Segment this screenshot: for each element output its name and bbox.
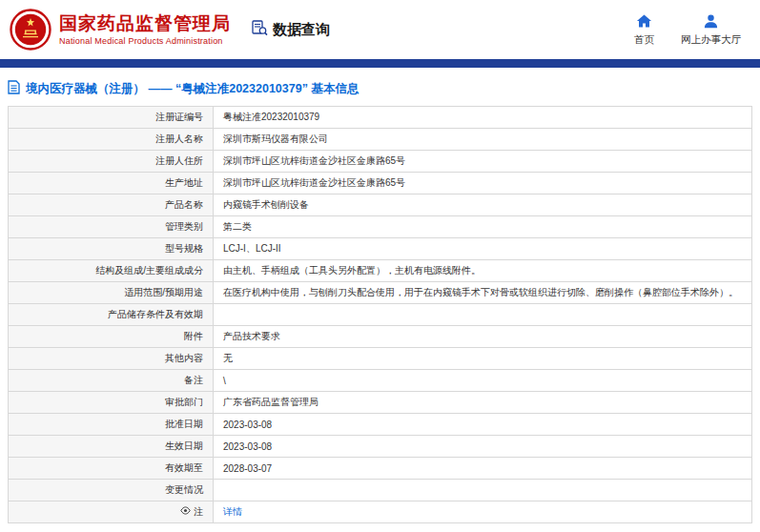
home-icon: [636, 13, 652, 31]
table-row: 其他内容无: [9, 348, 752, 370]
note-icon: [180, 505, 191, 518]
field-value: \: [214, 370, 752, 392]
table-row: 产品名称内窥镜手术刨削设备: [9, 194, 752, 216]
field-label: 有效期至: [9, 458, 214, 480]
field-label: 型号规格: [9, 238, 214, 260]
field-label: 注册证编号: [9, 107, 214, 129]
field-value: [214, 480, 752, 501]
table-row: 注详情: [9, 501, 752, 523]
table-row: 注册人名称深圳市斯玛仪器有限公司: [9, 129, 752, 151]
field-label: 审批部门: [9, 392, 214, 414]
field-value: 2023-03-08: [214, 436, 752, 458]
national-emblem-icon: [10, 9, 51, 51]
field-value: 由主机、手柄组成（工具头另外配置），主机有电源线附件。: [214, 260, 752, 282]
table-row: 适用范围/预期用途在医疗机构中使用，与刨削刀头配合使用，用于在内窥镜手术下对骨或…: [9, 282, 752, 304]
nav-service-hall[interactable]: 网上办事大厅: [681, 13, 741, 47]
field-value: [214, 304, 752, 326]
field-value: 2028-03-07: [214, 458, 752, 480]
field-value: 粤械注准20232010379: [214, 107, 752, 129]
table-row: 生效日期2023-03-08: [9, 436, 752, 458]
top-nav: 首页 网上办事大厅: [634, 13, 745, 47]
field-label: 附件: [9, 326, 214, 348]
field-value: 深圳市坪山区坑梓街道金沙社区金康路65号: [214, 151, 752, 173]
field-value: 广东省药品监督管理局: [214, 392, 752, 414]
field-value: 第二类: [214, 216, 752, 238]
field-label: 产品储存条件及有效期: [9, 304, 214, 326]
site-subtitle: National Medical Products Administration: [59, 36, 231, 46]
data-query-heading: 数据查询: [252, 20, 330, 39]
field-value: 产品技术要求: [214, 326, 752, 348]
field-label: 其他内容: [9, 348, 214, 370]
field-value: 无: [214, 348, 752, 370]
field-value: 在医疗机构中使用，与刨削刀头配合使用，用于在内窥镜手术下对骨或软组织进行切除、磨…: [214, 282, 752, 304]
nav-home[interactable]: 首页: [634, 13, 654, 47]
field-label: 结构及组成/主要组成成分: [9, 260, 214, 282]
field-label: 适用范围/预期用途: [9, 282, 214, 304]
table-row: 附件产品技术要求: [9, 326, 752, 348]
data-query-label: 数据查询: [273, 21, 330, 39]
detail-link[interactable]: 详情: [223, 506, 242, 517]
table-row: 型号规格LCJ-I、LCJ-II: [9, 238, 752, 260]
document-icon: [8, 80, 20, 97]
field-label: 生效日期: [9, 436, 214, 458]
nav-service-hall-label: 网上办事大厅: [681, 33, 741, 47]
brand-text: 国家药品监督管理局 National Medical Products Admi…: [59, 13, 231, 47]
field-value: 深圳市坪山区坑梓街道金沙社区金康路65号: [214, 173, 752, 194]
table-row: 产品储存条件及有效期: [9, 304, 752, 326]
field-value: 内窥镜手术刨削设备: [214, 194, 752, 216]
table-row: 注册证编号粤械注准20232010379: [9, 107, 752, 129]
table-row: 变更情况: [9, 480, 752, 501]
field-label: 注册人名称: [9, 129, 214, 151]
field-label: 生产地址: [9, 173, 214, 194]
brand: 国家药品监督管理局 National Medical Products Admi…: [10, 9, 231, 51]
field-label: 管理类别: [9, 216, 214, 238]
field-value: 深圳市斯玛仪器有限公司: [214, 129, 752, 151]
field-label: 批准日期: [9, 414, 214, 436]
field-label: 注册人住所: [9, 151, 214, 173]
site-header: 国家药品监督管理局 National Medical Products Admi…: [0, 0, 760, 59]
info-table: 注册证编号粤械注准20232010379注册人名称深圳市斯玛仪器有限公司注册人住…: [8, 106, 752, 523]
table-row: 批准日期2023-03-08: [9, 414, 752, 436]
table-row: 注册人住所深圳市坪山区坑梓街道金沙社区金康路65号: [9, 151, 752, 173]
info-table-body: 注册证编号粤械注准20232010379注册人名称深圳市斯玛仪器有限公司注册人住…: [9, 107, 752, 523]
site-title: 国家药品监督管理局: [59, 13, 231, 35]
breadcrumb: 境内医疗器械（注册） —— “粤械注准20232010379” 基本信息: [0, 68, 760, 106]
field-label: 备注: [9, 370, 214, 392]
person-icon: [703, 13, 719, 31]
table-row: 备注\: [9, 370, 752, 392]
nav-home-label: 首页: [634, 33, 654, 47]
field-label: 变更情况: [9, 480, 214, 501]
table-row: 结构及组成/主要组成成分由主机、手柄组成（工具头另外配置），主机有电源线附件。: [9, 260, 752, 282]
table-row: 有效期至2028-03-07: [9, 458, 752, 480]
field-label: 注: [9, 501, 214, 523]
field-value: 详情: [214, 501, 752, 523]
data-query-icon: [252, 20, 268, 39]
field-value: LCJ-I、LCJ-II: [214, 238, 752, 260]
table-row: 生产地址深圳市坪山区坑梓街道金沙社区金康路65号: [9, 173, 752, 194]
field-value: 2023-03-08: [214, 414, 752, 436]
table-row: 审批部门广东省药品监督管理局: [9, 392, 752, 414]
page: 国家药品监督管理局 National Medical Products Admi…: [0, 0, 760, 523]
header-divider-bar: [0, 59, 760, 68]
field-label: 产品名称: [9, 194, 214, 216]
breadcrumb-text: 境内医疗器械（注册） —— “粤械注准20232010379” 基本信息: [26, 81, 359, 97]
table-row: 管理类别第二类: [9, 216, 752, 238]
